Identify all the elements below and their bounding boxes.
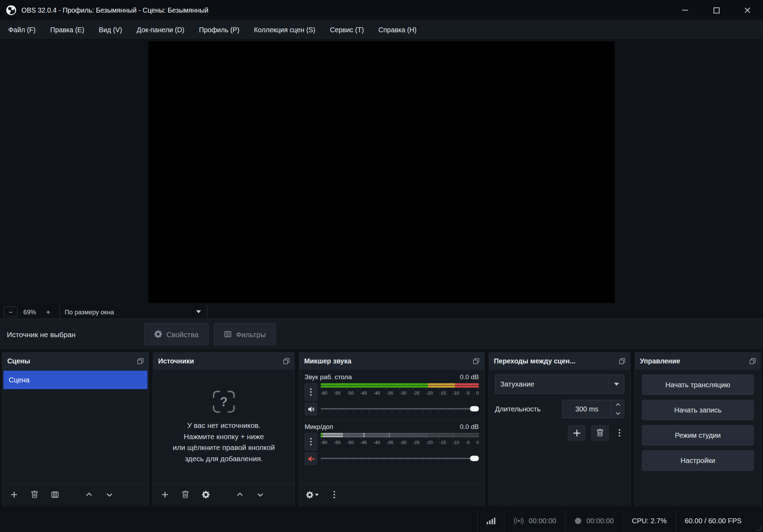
unmute-button[interactable] — [305, 452, 317, 465]
channel-level: 0.0 dB — [460, 423, 479, 430]
menu-docks[interactable]: Док-панели (D) — [129, 20, 192, 39]
chevron-down-icon — [196, 310, 201, 313]
mixer-channel-mic: Микр/доп 0.0 dB -60-55-50-45-40-35-30-25… — [305, 419, 479, 465]
settings-button[interactable]: Настройки — [642, 450, 754, 471]
scale-tick-label: -5 — [466, 390, 470, 395]
zoom-out-button[interactable]: − — [4, 306, 18, 317]
slider-handle[interactable] — [470, 456, 479, 461]
resize-grip[interactable] — [757, 526, 762, 531]
controls-dock: Управление Начать трансляцию Начать запи… — [635, 352, 761, 506]
cpu-usage-label: CPU: 2.7% — [632, 517, 667, 525]
source-toolbar: Источник не выбран Свойства Фильтры — [0, 319, 763, 349]
sources-dock-title: Источники — [158, 357, 194, 365]
empty-state-line: У вас нет источников. — [173, 420, 275, 431]
record-time: 00:00:00 — [586, 517, 614, 525]
transition-options-button[interactable] — [615, 428, 624, 438]
mixer-dock-header: Микшер звука — [299, 353, 484, 370]
sources-empty-state: ? У вас нет источников.Нажмите кнопку + … — [153, 370, 294, 484]
meter-bar — [321, 386, 479, 388]
add-transition-button[interactable] — [568, 425, 586, 441]
window-title: OBS 32.0.4 - Профиль: Безымянный - Сцены… — [21, 6, 208, 14]
move-source-down-button[interactable] — [256, 490, 265, 500]
move-source-up-button[interactable] — [235, 490, 245, 500]
menu-help[interactable]: Справка (H) — [371, 20, 424, 39]
mute-button[interactable] — [305, 403, 317, 415]
properties-button[interactable]: Свойства — [144, 323, 209, 345]
advanced-audio-button[interactable] — [306, 490, 319, 500]
meter-scale: -60-55-50-45-40-35-30-25-20-15-10-50 — [321, 390, 479, 395]
add-source-button[interactable] — [160, 490, 170, 500]
menu-view[interactable]: Вид (V) — [92, 20, 129, 39]
studio-mode-button[interactable]: Режим студии — [642, 425, 754, 445]
duration-input[interactable]: 300 ms — [562, 400, 612, 418]
menu-profile[interactable]: Профиль (P) — [192, 20, 247, 39]
remove-scene-button[interactable] — [30, 490, 40, 500]
dock-float-icon[interactable] — [283, 358, 290, 364]
channel-level: 0.0 dB — [460, 374, 479, 381]
dock-float-icon[interactable] — [619, 358, 625, 364]
duration-decrease-button[interactable] — [612, 409, 624, 418]
scenes-dock-header: Сцены — [2, 353, 148, 370]
no-source-label: Источник не выбран — [7, 330, 144, 339]
transitions-panel: Затухание Длительность 300 ms — [489, 370, 630, 505]
menu-file[interactable]: Файл (F) — [1, 20, 43, 39]
scale-tick-label: -40 — [373, 440, 380, 445]
menu-edit[interactable]: Правка (E) — [43, 20, 92, 39]
fit-mode-label: По размеру окна — [65, 308, 114, 315]
scale-tick-label: -45 — [360, 440, 367, 445]
slider-track — [321, 458, 479, 459]
move-scene-down-button[interactable] — [104, 490, 114, 500]
filters-button[interactable]: Фильтры — [214, 323, 276, 345]
sources-empty-text: У вас нет источников.Нажмите кнопку + ни… — [173, 420, 275, 464]
slider-handle[interactable] — [470, 406, 479, 411]
mixer-options-button[interactable] — [330, 490, 339, 500]
preview-toolbar: − 69% + По размеру окна — [0, 305, 763, 319]
channel-name: Звук раб. стола — [305, 374, 352, 381]
scale-tick-label: -15 — [439, 440, 446, 445]
meter-bar — [321, 433, 479, 435]
menu-scene-collection[interactable]: Коллекция сцен (S) — [247, 20, 323, 39]
slider-ticks — [322, 461, 478, 463]
dock-float-icon[interactable] — [473, 358, 479, 364]
dock-float-icon[interactable] — [749, 358, 756, 364]
menu-tools[interactable]: Сервис (T) — [323, 20, 371, 39]
close-button[interactable] — [732, 0, 763, 20]
cpu-usage: CPU: 2.7% — [623, 510, 676, 532]
scene-filters-button[interactable] — [50, 490, 60, 500]
scene-item[interactable]: Сцена — [4, 371, 148, 389]
remove-source-button[interactable] — [181, 490, 190, 500]
network-status — [478, 510, 504, 532]
dock-float-icon[interactable] — [137, 358, 143, 364]
volume-slider[interactable] — [321, 404, 479, 415]
channel-options-button[interactable] — [305, 433, 317, 450]
scale-tick-label: 0 — [476, 390, 479, 395]
gear-icon — [154, 330, 162, 338]
preview-canvas[interactable] — [148, 41, 615, 303]
fit-mode-select[interactable]: По размеру окна — [59, 305, 207, 319]
maximize-button[interactable] — [701, 0, 732, 20]
duration-increase-button[interactable] — [612, 400, 624, 409]
transition-value: Затухание — [495, 380, 609, 388]
volume-slider[interactable] — [321, 453, 479, 464]
scale-tick-label: -60 — [321, 440, 328, 445]
channel-options-button[interactable] — [305, 383, 317, 401]
source-properties-button[interactable] — [201, 490, 211, 500]
transition-select[interactable]: Затухание — [495, 375, 624, 394]
slider-ticks — [322, 411, 478, 413]
chevron-down-icon — [609, 375, 624, 394]
remove-transition-button[interactable] — [591, 425, 609, 441]
start-recording-button[interactable]: Начать запись — [642, 400, 754, 420]
scale-tick-label: -10 — [452, 440, 459, 445]
minimize-button[interactable] — [670, 0, 701, 20]
scene-list: Сцена — [2, 370, 148, 484]
add-scene-button[interactable] — [9, 490, 19, 500]
question-mark-icon: ? — [211, 389, 236, 414]
obs-logo-icon — [6, 5, 17, 16]
scale-tick-label: -50 — [347, 390, 354, 395]
empty-state-line: Нажмите кнопку + ниже — [173, 431, 275, 442]
scale-tick-label: 0 — [476, 440, 479, 445]
scale-tick-label: -5 — [466, 440, 470, 445]
move-scene-up-button[interactable] — [84, 490, 94, 500]
start-streaming-button[interactable]: Начать трансляцию — [642, 375, 754, 395]
zoom-in-button[interactable]: + — [42, 307, 54, 317]
